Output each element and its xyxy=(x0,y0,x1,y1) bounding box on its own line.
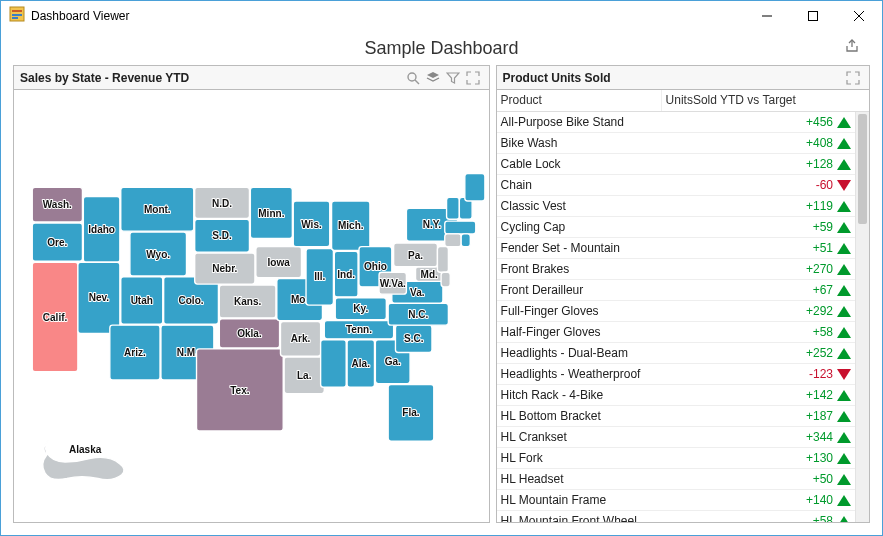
delta-value: +270 xyxy=(806,262,833,276)
trend-down-icon xyxy=(837,369,851,380)
product-cell: Headlights - Dual-Beam xyxy=(497,346,662,360)
state-shape[interactable] xyxy=(441,272,450,287)
product-cell: HL Mountain Frame xyxy=(497,493,662,507)
table-row[interactable]: Full-Finger Gloves+292 xyxy=(497,301,855,322)
delta-value: +142 xyxy=(806,388,833,402)
product-cell: HL Mountain Front Wheel xyxy=(497,514,662,522)
product-cell: Cycling Cap xyxy=(497,220,662,234)
grid-panel-header: Product Units Sold xyxy=(497,66,869,90)
product-cell: HL Crankset xyxy=(497,430,662,444)
grid-panel: Product Units Sold Product UnitsSold YTD… xyxy=(496,65,870,523)
state-label: Ga. xyxy=(385,356,401,367)
table-row[interactable]: Headlights - Weatherproof-123 xyxy=(497,364,855,385)
layers-icon[interactable] xyxy=(423,68,443,88)
product-cell: Hitch Rack - 4-Bike xyxy=(497,388,662,402)
table-row[interactable]: Front Derailleur+67 xyxy=(497,280,855,301)
delta-value: +58 xyxy=(813,325,833,339)
table-row[interactable]: All-Purpose Bike Stand+456 xyxy=(497,112,855,133)
state-label: Idaho xyxy=(88,224,115,235)
grid-panel-title: Product Units Sold xyxy=(503,71,611,85)
state-label: Kans. xyxy=(234,296,261,307)
table-row[interactable]: Front Brakes+270 xyxy=(497,259,855,280)
table-row[interactable]: Hitch Rack - 4-Bike+142 xyxy=(497,385,855,406)
column-product[interactable]: Product xyxy=(497,90,662,111)
state-label: N.C. xyxy=(408,309,428,320)
table-row[interactable]: HL Bottom Bracket+187 xyxy=(497,406,855,427)
state-label: Ariz. xyxy=(124,347,146,358)
delta-value: +408 xyxy=(806,136,833,150)
table-row[interactable]: HL Fork+130 xyxy=(497,448,855,469)
table-row[interactable]: Classic Vest+119 xyxy=(497,196,855,217)
dashboard-content: Sales by State - Revenue YTD Wash.Ore.Ca… xyxy=(1,65,882,535)
titlebar[interactable]: Dashboard Viewer xyxy=(1,1,882,31)
trend-up-icon xyxy=(837,201,851,212)
delta-cell: +59 xyxy=(662,220,855,234)
state-shape[interactable] xyxy=(461,234,470,247)
table-row[interactable]: HL Mountain Frame+140 xyxy=(497,490,855,511)
state-label: S.C. xyxy=(404,334,424,345)
dashboard-title: Sample Dashboard xyxy=(364,38,518,59)
state-shape[interactable] xyxy=(445,221,476,234)
app-icon xyxy=(9,6,25,26)
product-cell: Headlights - Weatherproof xyxy=(497,367,662,381)
product-cell: Full-Finger Gloves xyxy=(497,304,662,318)
delta-cell: +408 xyxy=(662,136,855,150)
delta-cell: +67 xyxy=(662,283,855,297)
state-shape[interactable] xyxy=(465,174,485,201)
state-label: N.M. xyxy=(177,347,198,358)
zoom-icon[interactable] xyxy=(403,68,423,88)
table-row[interactable]: Half-Finger Gloves+58 xyxy=(497,322,855,343)
trend-up-icon xyxy=(837,516,851,523)
svg-rect-3 xyxy=(12,17,18,19)
state-shape[interactable] xyxy=(445,234,461,247)
delta-cell: +344 xyxy=(662,430,855,444)
product-cell: Bike Wash xyxy=(497,136,662,150)
column-metric[interactable]: UnitsSold YTD vs Target xyxy=(662,90,869,111)
table-row[interactable]: HL Crankset+344 xyxy=(497,427,855,448)
delta-cell: +252 xyxy=(662,346,855,360)
filter-icon[interactable] xyxy=(443,68,463,88)
product-cell: Classic Vest xyxy=(497,199,662,213)
state-label: Wyo. xyxy=(146,249,170,260)
table-row[interactable]: HL Mountain Front Wheel+58 xyxy=(497,511,855,522)
delta-value: +128 xyxy=(806,157,833,171)
table-row[interactable]: Headlights - Dual-Beam+252 xyxy=(497,343,855,364)
table-row[interactable]: Cable Lock+128 xyxy=(497,154,855,175)
vertical-scrollbar[interactable] xyxy=(855,112,869,522)
svg-point-5 xyxy=(408,73,416,81)
maximize-button[interactable] xyxy=(790,1,836,31)
delta-cell: +50 xyxy=(662,472,855,486)
maximize-grid-icon[interactable] xyxy=(843,68,863,88)
state-shape[interactable] xyxy=(447,197,460,219)
delta-cell: +51 xyxy=(662,241,855,255)
delta-value: +140 xyxy=(806,493,833,507)
table-row[interactable]: HL Headset+50 xyxy=(497,469,855,490)
map-body[interactable]: Wash.Ore.Calif.IdahoNev.Mont.Wyo.UtahAri… xyxy=(14,90,489,522)
delta-cell: +456 xyxy=(662,115,855,129)
scrollbar-thumb[interactable] xyxy=(858,114,867,224)
table-row[interactable]: Fender Set - Mountain+51 xyxy=(497,238,855,259)
maximize-panel-icon[interactable] xyxy=(463,68,483,88)
state-label: Wash. xyxy=(43,199,72,210)
export-button[interactable] xyxy=(844,38,860,58)
table-row[interactable]: Bike Wash+408 xyxy=(497,133,855,154)
state-shape[interactable] xyxy=(321,340,347,387)
delta-cell: +58 xyxy=(662,514,855,522)
trend-up-icon xyxy=(837,453,851,464)
delta-cell: +119 xyxy=(662,199,855,213)
delta-cell: +270 xyxy=(662,262,855,276)
state-shape[interactable] xyxy=(437,247,448,273)
svg-rect-4 xyxy=(809,12,818,21)
state-label: Fla. xyxy=(402,407,419,418)
table-row[interactable]: Cycling Cap+59 xyxy=(497,217,855,238)
minimize-button[interactable] xyxy=(744,1,790,31)
trend-up-icon xyxy=(837,138,851,149)
delta-cell: +292 xyxy=(662,304,855,318)
trend-up-icon xyxy=(837,243,851,254)
trend-up-icon xyxy=(837,432,851,443)
svg-rect-2 xyxy=(12,14,22,16)
delta-cell: +142 xyxy=(662,388,855,402)
state-label: Colo. xyxy=(179,295,204,306)
table-row[interactable]: Chain-60 xyxy=(497,175,855,196)
close-button[interactable] xyxy=(836,1,882,31)
